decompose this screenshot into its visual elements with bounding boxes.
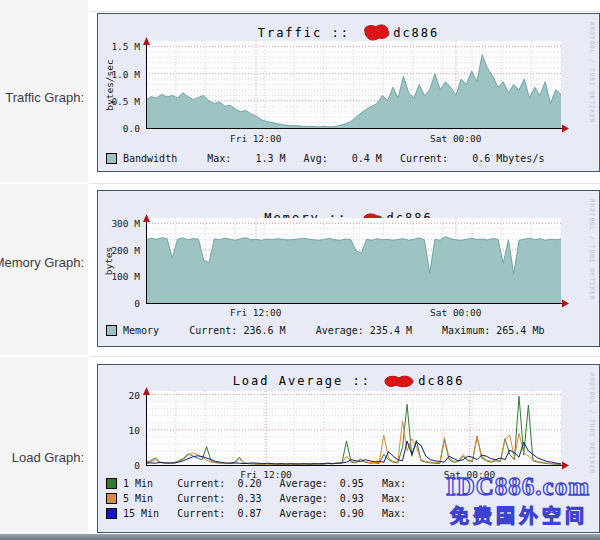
traffic-plot	[146, 41, 561, 129]
load-15min-text: 15 Min Current: 0.87 Average: 0.90 Max:	[123, 508, 406, 519]
load-graph-panel[interactable]: Load Average :: dc886 01020 Fri 12:00 Sa…	[97, 364, 600, 533]
x-tick-sat: Sat 00:00	[430, 133, 481, 144]
table-row-border	[90, 11, 600, 12]
y-tick-label: 0	[134, 298, 140, 309]
traffic-y-tick-labels: 0.00.5 M1.0 M1.5 M	[100, 41, 142, 129]
y-tick-label: 100 M	[111, 271, 140, 282]
table-row-border	[90, 183, 600, 184]
site-watermark-chinese: 免费国外空间	[450, 501, 588, 528]
load-legend-15min: 15 Min Current: 0.87 Average: 0.90 Max:	[106, 508, 406, 519]
traffic-graph-label: Traffic Graph:	[5, 90, 84, 105]
load-1min-swatch	[106, 478, 117, 489]
bandwidth-legend-swatch	[106, 153, 117, 164]
memory-legend: Memory Current: 236.6 M Average: 235.4 M…	[106, 325, 544, 336]
memory-graph-label: Memory Graph:	[0, 255, 84, 270]
y-tick-label: 1.0 M	[111, 69, 140, 80]
load-5min-text: 5 Min Current: 0.33 Average: 0.93 Max:	[123, 493, 406, 504]
traffic-graph-panel[interactable]: Traffic :: dc886 bytes/sec 0.00.5 M1.0 M…	[97, 13, 600, 172]
row-separator	[0, 182, 88, 184]
redaction-scribble	[382, 374, 416, 388]
memory-y-tick-labels: 0100 M200 M300 M	[100, 218, 142, 304]
y-tick-label: 200 M	[111, 245, 140, 256]
traffic-legend: Bandwidth Max: 1.3 M Avg: 0.4 M Current:…	[106, 153, 544, 164]
memory-graph-panel[interactable]: Memory :: dc886 bytes 0100 M200 M300 M F…	[97, 190, 600, 347]
rrdtool-watermark: RRDTOOL / TOBI OETIKER	[589, 199, 596, 300]
memory-legend-swatch	[106, 325, 117, 336]
load-y-tick-labels: 01020	[100, 391, 142, 466]
x-tick-fri: Fri 12:00	[230, 133, 281, 144]
load-legend-1min: 1 Min Current: 0.20 Average: 0.95 Max:	[106, 478, 406, 489]
traffic-legend-text: Bandwidth Max: 1.3 M Avg: 0.4 M Current:…	[123, 153, 544, 164]
y-tick-label: 20	[129, 390, 140, 401]
load-chart-title: Load Average :: dc886	[98, 374, 599, 388]
y-tick-label: 10	[129, 425, 140, 436]
y-tick-label: 0.0	[123, 123, 140, 134]
load-15min-swatch	[106, 508, 117, 519]
y-tick-label: 300 M	[111, 218, 140, 229]
load-legend-5min: 5 Min Current: 0.33 Average: 0.93 Max:	[106, 493, 406, 504]
redaction-scribble	[361, 23, 391, 42]
y-tick-label: 1.5 M	[111, 41, 140, 52]
table-row-border	[90, 356, 600, 357]
load-5min-swatch	[106, 493, 117, 504]
load-1min-text: 1 Min Current: 0.20 Average: 0.95 Max:	[123, 478, 406, 489]
memory-legend-text: Memory Current: 236.6 M Average: 235.4 M…	[123, 325, 544, 336]
y-tick-label: 0	[134, 460, 140, 471]
load-plot	[146, 391, 561, 466]
site-watermark-text: IDC886.com	[446, 473, 590, 501]
load-graph-label: Load Graph:	[12, 450, 84, 465]
traffic-chart-title: Traffic :: dc886	[98, 23, 599, 42]
rrdtool-watermark: RRDTOOL / TOBI OETIKER	[589, 373, 596, 474]
memory-plot	[146, 218, 561, 304]
label-column: Traffic Graph: Memory Graph: Load Graph:	[0, 0, 88, 534]
x-tick-sat: Sat 00:00	[430, 307, 481, 318]
row-separator	[0, 355, 88, 357]
bottom-scrollbar[interactable]	[0, 534, 600, 540]
rrdtool-watermark: RRDTOOL / TOBI OETIKER	[589, 22, 596, 123]
x-tick-fri: Fri 12:00	[230, 307, 281, 318]
y-tick-label: 0.5 M	[111, 96, 140, 107]
